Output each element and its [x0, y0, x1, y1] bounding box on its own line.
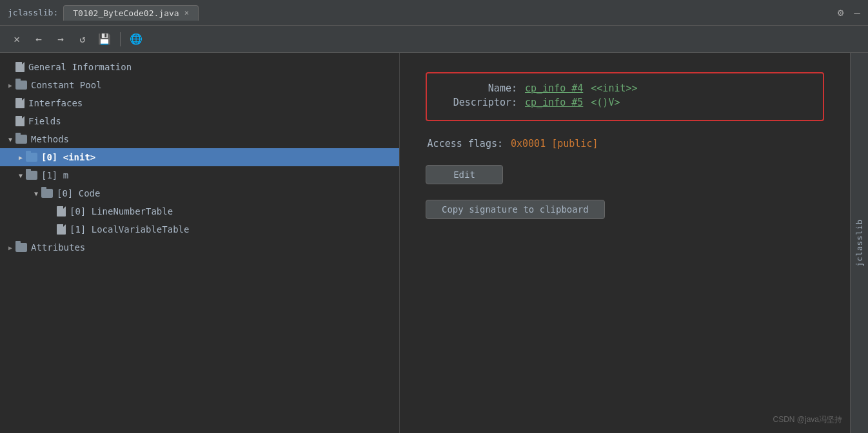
descriptor-value: <()V> — [591, 97, 620, 108]
back-button[interactable]: ← — [30, 30, 48, 48]
tree-item-attributes[interactable]: ▶ Attributes — [0, 238, 399, 256]
save-icon: 💾 — [98, 33, 111, 45]
expand-arrow-init: ▶ — [15, 152, 26, 162]
main-content: General Information ▶ Constant Pool Inte… — [0, 53, 868, 433]
expand-arrow-methods: ▼ — [5, 134, 15, 144]
name-label: Name: — [440, 82, 517, 94]
title-bar: jclasslib: T0102_ByteCode02.java × ⚙ — — [0, 0, 868, 26]
file-icon-lnt — [57, 206, 66, 216]
access-flags-value: 0x0001 [public] — [511, 138, 598, 149]
folder-icon-constant-pool — [15, 81, 27, 90]
folder-icon-methods — [15, 135, 27, 144]
folder-icon-code — [41, 189, 53, 198]
globe-button[interactable]: 🌐 — [127, 30, 145, 48]
tree-item-methods[interactable]: ▼ Methods — [0, 130, 399, 148]
close-icon: ✕ — [14, 33, 20, 45]
minimize-icon[interactable]: — — [854, 6, 860, 19]
access-flags-row: Access flags: 0x0001 [public] — [426, 138, 824, 149]
tab-label: T0102_ByteCode02.java — [73, 8, 179, 18]
folder-icon-m — [26, 171, 37, 180]
tree-item-fields[interactable]: Fields — [0, 112, 399, 130]
tree-panel: General Information ▶ Constant Pool Inte… — [0, 53, 400, 433]
globe-icon: 🌐 — [130, 33, 143, 45]
tree-item-lvt[interactable]: [1] LocalVariableTable — [0, 220, 399, 238]
tree-item-constant-pool[interactable]: ▶ Constant Pool — [0, 76, 399, 94]
tree-label-methods: Methods — [31, 134, 69, 144]
refresh-icon: ↺ — [79, 33, 86, 45]
copy-signature-button[interactable]: Copy signature to clipboard — [426, 200, 605, 219]
detail-highlight-box: Name: cp_info #4 <<init>> Descriptor: cp… — [426, 72, 824, 121]
edit-button[interactable]: Edit — [426, 165, 503, 184]
watermark: CSDN @java冯坚持 — [773, 414, 842, 425]
tree-label-interfaces: Interfaces — [28, 98, 83, 108]
toolbar-divider — [120, 32, 121, 46]
name-row: Name: cp_info #4 <<init>> — [440, 82, 810, 94]
tree-item-code[interactable]: ▼ [0] Code — [0, 184, 399, 202]
descriptor-row: Descriptor: cp_info #5 <()V> — [440, 97, 810, 108]
close-button[interactable]: ✕ — [8, 30, 26, 48]
tree-item-m[interactable]: ▼ [1] m — [0, 166, 399, 184]
tree-label-attributes: Attributes — [31, 242, 85, 253]
detail-panel: Name: cp_info #4 <<init>> Descriptor: cp… — [400, 53, 850, 433]
expand-arrow-code: ▼ — [31, 188, 41, 198]
name-value: <<init>> — [591, 82, 637, 94]
expand-arrow-constant-pool: ▶ — [5, 80, 15, 90]
access-flags-label: Access flags: — [426, 138, 503, 149]
toolbar: ✕ ← → ↺ 💾 🌐 — [0, 26, 868, 53]
tree-label-init: [0] <init> — [41, 152, 95, 162]
sidebar-right: jclasslib — [850, 53, 868, 433]
tree-item-interfaces[interactable]: Interfaces — [0, 94, 399, 112]
settings-icon[interactable]: ⚙ — [838, 6, 844, 19]
folder-icon-init — [26, 153, 37, 162]
title-controls: ⚙ — — [838, 6, 860, 19]
tree-label-code: [0] Code — [57, 188, 100, 198]
active-tab[interactable]: T0102_ByteCode02.java × — [63, 5, 199, 21]
folder-icon-attributes — [15, 243, 27, 252]
expand-arrow-attributes: ▶ — [5, 242, 15, 253]
forward-button[interactable]: → — [52, 30, 70, 48]
file-icon — [15, 62, 25, 72]
tree-label-constant-pool: Constant Pool — [31, 80, 102, 90]
save-button[interactable]: 💾 — [95, 30, 113, 48]
file-icon-fields — [15, 116, 25, 126]
tree-label-m: [1] m — [41, 170, 68, 180]
file-icon-interfaces — [15, 98, 25, 108]
forward-icon: → — [57, 33, 64, 45]
expand-arrow-m: ▼ — [15, 170, 26, 180]
sidebar-right-label: jclasslib — [855, 219, 864, 267]
tab-close-icon[interactable]: × — [184, 8, 189, 17]
tree-label-fields: Fields — [28, 116, 61, 126]
name-link[interactable]: cp_info #4 — [525, 82, 583, 94]
app-name: jclasslib: — [8, 8, 58, 17]
refresh-button[interactable]: ↺ — [74, 30, 92, 48]
descriptor-link[interactable]: cp_info #5 — [525, 97, 583, 108]
descriptor-label: Descriptor: — [440, 97, 517, 108]
tree-label-general-info: General Information — [28, 62, 132, 72]
tree-item-general-info[interactable]: General Information — [0, 58, 399, 76]
tree-item-lnt[interactable]: [0] LineNumberTable — [0, 202, 399, 220]
back-icon: ← — [35, 33, 42, 45]
tree-label-lvt: [1] LocalVariableTable — [70, 224, 189, 235]
tree-label-lnt: [0] LineNumberTable — [70, 206, 173, 216]
file-icon-lvt — [57, 224, 66, 235]
tree-item-init[interactable]: ▶ [0] <init> — [0, 148, 399, 166]
